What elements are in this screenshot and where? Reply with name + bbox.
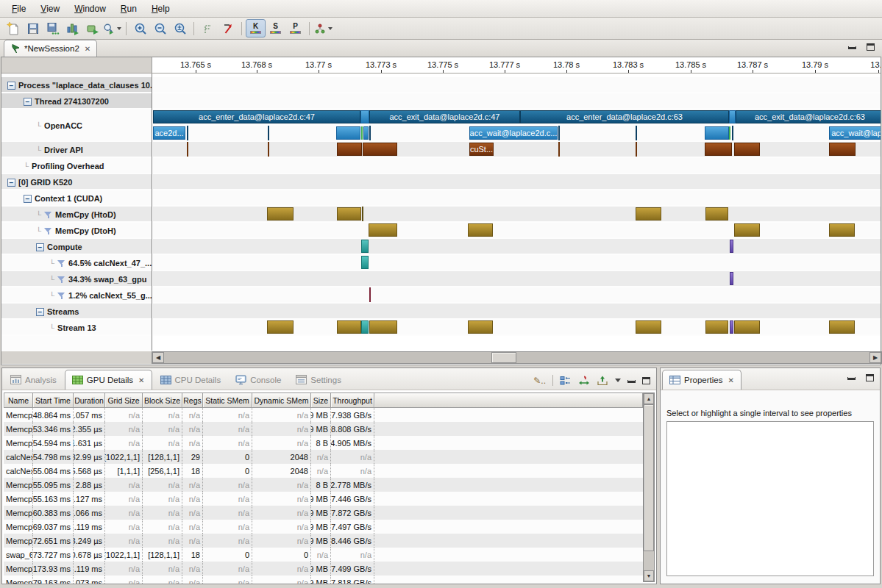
interval-bar-brown[interactable] (363, 143, 397, 156)
collapse-toggle-icon[interactable]: − (7, 82, 15, 90)
tree-row-process[interactable]: −Process "laplace_data_clauses 10... (1, 77, 152, 93)
maximize-icon[interactable] (867, 43, 875, 51)
interval-bar-brown[interactable] (337, 143, 362, 156)
tree-row-memcpy-dtoh[interactable]: └MemCpy (DtoH) (1, 223, 152, 239)
interval-bar-blue[interactable] (705, 126, 729, 140)
tab-gpu-details[interactable]: GPU Details✕ (65, 370, 152, 390)
tree-row-profiling-overhead[interactable]: └Profiling Overhead (1, 158, 152, 174)
interval-bar-gold[interactable] (337, 207, 361, 220)
tree-row-stream-13[interactable]: └Stream 13 (1, 320, 152, 336)
interval-bar-blue[interactable]: ace2d... (153, 126, 185, 140)
minimize-icon[interactable] (847, 377, 856, 380)
interval-bar-gold[interactable] (734, 223, 760, 237)
interval-bar-blue[interactable] (360, 110, 369, 123)
table-row[interactable]: swap_63173.727 ms50.678 µs[1022,1,1][128… (4, 548, 643, 562)
interval-bar-blue[interactable] (363, 126, 369, 140)
edit-marker-button[interactable]: ✎.. (533, 376, 546, 386)
interval-bar-teal[interactable] (361, 240, 369, 253)
interval-bar-navyline[interactable] (732, 126, 733, 140)
tree-row-thread[interactable]: −Thread 2741307200 (1, 93, 152, 110)
table-row[interactable]: Memcpy154.594 ms1.631 µsn/an/an/an/an/a8… (4, 436, 643, 450)
interval-bar-brown[interactable]: cuSt... (469, 143, 494, 156)
scroll-left-icon[interactable]: ◀ (152, 352, 164, 363)
interval-bar-navy[interactable]: acc_exit_data@laplace2d.c:63 (736, 110, 881, 123)
maximize-icon[interactable] (866, 374, 874, 381)
save-all-button[interactable] (43, 19, 63, 37)
interval-bar-gold[interactable] (267, 207, 294, 220)
new-session-button[interactable] (3, 19, 23, 37)
interval-bar-navyline[interactable] (369, 126, 371, 140)
interval-bar-navyline[interactable] (558, 126, 560, 140)
collapse-toggle-icon[interactable]: − (36, 243, 44, 251)
table-row[interactable]: Memcpy179.163 ms1.073 msn/an/an/an/an/a9… (4, 576, 643, 584)
interval-bar-brownline[interactable] (558, 142, 560, 157)
table-row[interactable]: Memcpy172.651 ms93.249 µsn/an/an/an/an/a… (4, 534, 643, 548)
tree-row-streams[interactable]: −Streams (1, 304, 152, 320)
interval-bar-blue[interactable] (729, 110, 736, 123)
tree-row-openacc[interactable]: └OpenACC (1, 110, 152, 142)
scroll-right-icon[interactable]: ▶ (869, 352, 881, 363)
vscroll-thumb[interactable] (644, 404, 654, 551)
minimize-icon[interactable] (627, 380, 636, 383)
collapse-toggle-icon[interactable]: − (7, 179, 15, 187)
interval-bar-gold[interactable] (369, 320, 397, 334)
interval-bar-brownline[interactable] (187, 142, 188, 157)
close-icon[interactable]: ✕ (726, 376, 733, 384)
interval-bar-purple[interactable] (730, 272, 733, 285)
interval-bar-gold[interactable] (369, 223, 397, 237)
menu-item-file[interactable]: File (4, 1, 33, 16)
table-row[interactable]: calcNext154.798 ms282.99 µs[1022,1,1][12… (4, 450, 643, 464)
run-analysis-button[interactable] (82, 19, 102, 37)
interval-bar-navyline[interactable] (636, 126, 637, 140)
interval-bar-blue[interactable]: acc_wait@laplace2d.c... (469, 126, 558, 140)
menu-item-run[interactable]: Run (113, 1, 144, 16)
interval-bar-brown[interactable] (734, 143, 760, 156)
interval-bar-redline[interactable] (369, 287, 371, 302)
interval-bar-blue[interactable]: acc_wait@lap (829, 126, 881, 140)
interval-bar-brown[interactable] (829, 143, 856, 156)
scroll-down-icon[interactable]: ▼ (644, 570, 654, 581)
interval-bar-gold[interactable] (636, 207, 661, 220)
interval-bar-gold[interactable] (468, 320, 493, 334)
maximize-icon[interactable] (642, 377, 650, 384)
tree-row-kernel-calcnext47[interactable]: └64.5% calcNext_47_... (1, 255, 152, 271)
interval-bar-purple[interactable] (730, 240, 733, 253)
interval-bar-gold[interactable] (829, 223, 855, 237)
interval-bar-darkline[interactable] (362, 207, 363, 221)
collapse-toggle-icon[interactable]: − (36, 308, 44, 316)
save-button[interactable] (23, 19, 43, 37)
interval-bar-gold[interactable] (468, 223, 493, 237)
zoom-in-button[interactable] (130, 19, 150, 37)
tab-console[interactable]: Console (229, 370, 288, 390)
tab-newsession2[interactable]: *NewSession2 ✕ (4, 40, 97, 57)
interval-bar-teal[interactable] (361, 320, 369, 334)
marker-button[interactable] (198, 19, 218, 37)
zoom-out-button[interactable] (150, 19, 170, 37)
tree-row-context-1[interactable]: −Context 1 (CUDA) (1, 190, 152, 207)
menu-item-help[interactable]: Help (144, 1, 177, 16)
group-columns-icon[interactable] (560, 376, 572, 386)
table-vscrollbar[interactable]: ▲ ▼ (643, 392, 655, 582)
table-row[interactable]: Memcpy153.346 ms52.355 µsn/an/an/an/an/a… (4, 422, 643, 436)
tree-row-grid-k520[interactable]: −[0] GRID K520 (1, 174, 152, 190)
tree-row-driver-api[interactable]: └Driver API (1, 142, 152, 158)
interval-bar-gold[interactable] (267, 320, 294, 334)
analysis-tree-button[interactable] (313, 19, 333, 37)
interval-bar-gold[interactable] (705, 320, 728, 334)
table-row[interactable]: calcNext155.084 ms5.568 µs[1,1,1][256,1,… (4, 464, 643, 478)
close-icon[interactable]: ✕ (83, 45, 90, 53)
interval-bar-navyline[interactable] (187, 126, 188, 140)
interval-bar-gold[interactable] (734, 320, 760, 334)
table-row[interactable]: Memcpy155.163 ms1.127 msn/an/an/an/an/a9… (4, 492, 643, 506)
interval-bar-green[interactable] (729, 126, 730, 140)
menu-item-view[interactable]: View (33, 1, 67, 16)
hscroll-thumb[interactable] (491, 352, 516, 363)
interval-bar-gold[interactable] (829, 320, 855, 334)
interval-bar-navyline[interactable] (268, 126, 269, 140)
close-icon[interactable]: ✕ (137, 376, 144, 384)
kernel-timeline-toggle[interactable]: K (246, 19, 266, 37)
tree-row-compute[interactable]: −Compute (1, 239, 152, 255)
timeline-hscrollbar[interactable]: ◀ ▶ (152, 351, 882, 364)
interval-bar-navy[interactable]: acc_enter_data@laplace2d.c:63 (520, 110, 729, 123)
table-row[interactable]: Memcpy160.383 ms1.066 msn/an/an/an/an/a9… (4, 506, 643, 520)
